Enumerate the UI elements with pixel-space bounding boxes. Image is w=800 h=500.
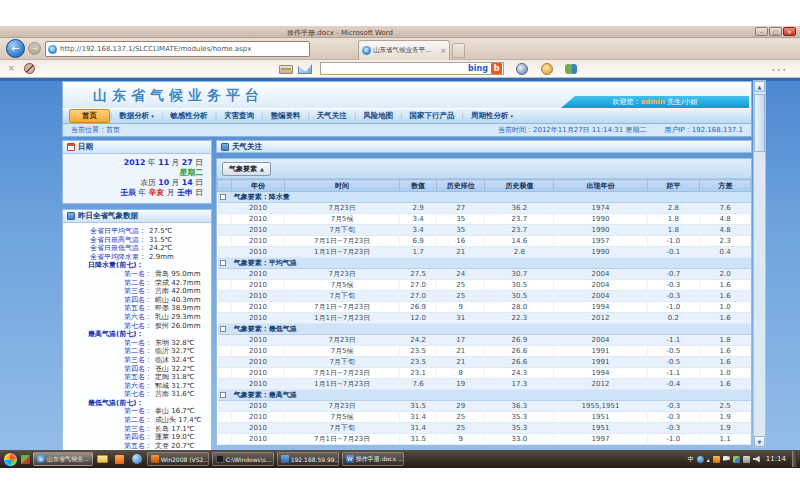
ranking-value: 临沂 32.7℃ [155, 347, 195, 356]
show-desktop-button[interactable] [792, 451, 797, 467]
tab-close-icon[interactable]: × [440, 47, 446, 55]
blocked-indicator-icon[interactable] [24, 63, 35, 74]
section-checkbox-cell[interactable] [218, 192, 232, 203]
nav-item-5[interactable]: 整编资料 [263, 110, 307, 122]
nav-item-1[interactable]: 首页 [69, 109, 110, 123]
ime-language-indicator[interactable]: 中 [688, 455, 694, 464]
mail-send-icon[interactable] [298, 64, 312, 74]
table-row[interactable]: 20107月1日~7月23日31.5933.01997-1.01.1 [218, 434, 751, 445]
section-checkbox-cell[interactable] [218, 324, 232, 335]
action-center-flag-icon[interactable] [723, 456, 730, 463]
taskbar-button-label: 操作手册.docx ... [356, 455, 404, 464]
table-cell: 1.9 [700, 412, 751, 423]
explorer-taskbar-icon[interactable] [96, 452, 110, 466]
tray-expand-icon[interactable]: ▴ [707, 456, 710, 463]
ranking-value: 青岛 95.0mm [155, 270, 200, 279]
ie-navigation-bar: ← → e http://192.168.137.1/SLCCLIMATE/mo… [0, 38, 800, 60]
action-center-alert-icon[interactable] [713, 456, 720, 463]
nav-item-8[interactable]: 国家下行产品 [403, 110, 462, 122]
nav-item-7[interactable]: 风险地图 [356, 110, 400, 122]
section-checkbox[interactable] [220, 392, 226, 398]
scroll-up-icon[interactable]: ▲ [754, 81, 765, 92]
camera-icon[interactable] [516, 63, 528, 75]
people-icon[interactable] [565, 64, 572, 74]
table-row[interactable]: 20107月5候27.02530.52004-0.31.6 [218, 280, 751, 291]
table-row[interactable]: 20107月23日31.52936.31955,1951-0.32.5 [218, 401, 751, 412]
scrollbar-thumb[interactable] [754, 94, 765, 152]
section-checkbox[interactable] [220, 194, 226, 200]
bing-search-button[interactable]: b [491, 63, 502, 74]
table-cell: 30.5 [485, 280, 554, 291]
table-cell: 1月1日~7月23日 [284, 313, 400, 324]
section-header-row: 气象要素：平均气温 [218, 258, 751, 269]
network-icon[interactable] [743, 456, 750, 463]
table-row[interactable]: 20107月5候31.42535.31951-0.31.9 [218, 412, 751, 423]
scroll-down-icon[interactable]: ▼ [754, 436, 765, 447]
focus-panel-header: 天气关注 [216, 140, 752, 153]
table-cell: 1月1日~7月23日 [284, 379, 400, 390]
toolbar-close-icon[interactable]: × [8, 64, 15, 73]
nav-item-3[interactable]: 敏感性分析 [163, 110, 215, 122]
table-row[interactable]: 20107月1日~7月23日23.1824.31994-1.11.0 [218, 368, 751, 379]
element-filter-button[interactable]: 气象要素 ▲ [222, 162, 271, 176]
browser-tab[interactable]: e 山东省气候业务平... × [358, 40, 450, 60]
taskbar-clock[interactable]: 11:14 [766, 455, 786, 463]
volume-icon[interactable] [753, 456, 760, 463]
app-taskbar-icon[interactable] [113, 452, 127, 466]
table-row[interactable]: 20107月下旬23.52126.61991-0.51.6 [218, 357, 751, 368]
table-row[interactable]: 20107月5候3.43523.719901.84.8 [218, 214, 751, 225]
tab-title[interactable]: 山东省气候业务平... [373, 46, 438, 55]
table-row[interactable]: 20107月23日2.92736.219742.87.6 [218, 203, 751, 214]
start-button[interactable] [3, 452, 18, 467]
bing-search-box[interactable]: bing b [320, 62, 504, 75]
section-checkbox[interactable] [220, 326, 226, 332]
close-button[interactable]: × [783, 27, 796, 36]
taskbar-button-2[interactable]: Win2008 (VS2... [147, 452, 209, 466]
taskbar-button-3[interactable]: C:\Windows\s... [212, 452, 274, 466]
url-text[interactable]: http://192.168.137.1/SLCCLIMATE/modules/… [60, 45, 304, 53]
table-row[interactable]: 20107月下旬27.02530.52004-0.31.6 [218, 291, 751, 302]
nav-item-6[interactable]: 天气关注 [310, 110, 354, 122]
nav-item-2[interactable]: 数据分析▾ [112, 110, 161, 122]
forward-button[interactable]: → [28, 42, 41, 55]
maximize-button[interactable]: ▢ [769, 27, 782, 36]
alerts-bell-icon[interactable] [541, 63, 553, 75]
table-row[interactable]: 20107月1日~7月23日6.91614.61957-1.02.3 [218, 236, 751, 247]
wallet-card-icon[interactable] [279, 65, 293, 74]
table-row[interactable]: 20101月1日~7月23日12.03122.320120.21.6 [218, 313, 751, 324]
taskbar-button-1[interactable]: e山东省气候业... [33, 452, 93, 466]
table-row[interactable]: 20101月1日~7月23日1.7212.81990-0.10.4 [218, 247, 751, 258]
media-player-taskbar-icon[interactable] [130, 452, 144, 466]
table-row[interactable]: 20107月23日24.21726.92004-1.11.8 [218, 335, 751, 346]
table-row[interactable]: 20107月1日~7月23日26.9928.01994-1.01.0 [218, 302, 751, 313]
weather-panel-body: 全省日平均气温：27.5℃全省日最高气温：31.5℃全省日最低气温：24.2℃全… [63, 223, 211, 450]
table-row[interactable]: 20101月1日~7月23日7.61917.32012-0.41.6 [218, 379, 751, 390]
nav-item-9[interactable]: 周期性分析▾ [464, 110, 520, 122]
minimize-button[interactable]: – [755, 27, 768, 36]
nav-item-4[interactable]: 灾害查询 [217, 110, 261, 122]
table-row[interactable]: 20107月5候23.52126.61991-0.51.6 [218, 346, 751, 357]
pinyin-icon[interactable] [697, 456, 704, 463]
table-cell: 2010 [232, 280, 285, 291]
new-tab-button[interactable] [452, 43, 465, 58]
page-scrollbar[interactable]: ▲ ▼ [753, 80, 766, 448]
back-button[interactable]: ← [6, 39, 25, 58]
taskbar-button-5[interactable]: W操作手册.docx ... [342, 452, 404, 466]
display-icon[interactable] [733, 456, 740, 463]
table-cell: 1997 [554, 434, 647, 445]
table-cell: 3.4 [400, 214, 436, 225]
address-bar[interactable]: e http://192.168.137.1/SLCCLIMATE/module… [45, 41, 310, 57]
section-checkbox[interactable] [220, 260, 226, 266]
quick-launch-icon[interactable] [21, 455, 30, 464]
table-row[interactable]: 20107月23日27.52430.72004-0.72.0 [218, 269, 751, 280]
section-checkbox-cell[interactable] [218, 258, 232, 269]
table-cell: 1955,1951 [554, 401, 647, 412]
table-cell: 2010 [232, 214, 285, 225]
table-row[interactable]: 20107月下旬3.43523.719901.84.8 [218, 225, 751, 236]
toolbar-more-icon[interactable]: ••• [771, 66, 788, 73]
table-row[interactable]: 20107月下旬31.42535.31951-0.31.9 [218, 423, 751, 434]
section-checkbox-cell[interactable] [218, 390, 232, 401]
taskbar-button-4[interactable]: 192.168.59.99... [277, 452, 339, 466]
table-cell: 25 [436, 280, 485, 291]
section-header-row: 气象要素：最低气温 [218, 324, 751, 335]
